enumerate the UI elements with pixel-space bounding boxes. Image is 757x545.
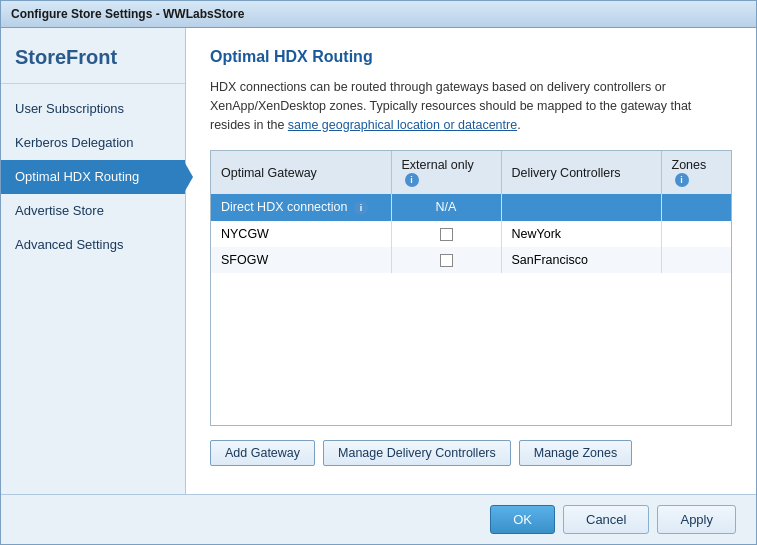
description-text: HDX connections can be routed through ga…: [210, 78, 732, 134]
direct-hdx-info-icon[interactable]: i: [354, 201, 368, 215]
dc-cell: SanFrancisco: [501, 247, 661, 273]
sidebar-item-kerberos-delegation[interactable]: Kerberos Delegation: [1, 126, 185, 160]
external-checkbox-sfogw[interactable]: [440, 254, 453, 267]
manage-delivery-controllers-button[interactable]: Manage Delivery Controllers: [323, 440, 511, 466]
sidebar-item-user-subscriptions[interactable]: User Subscriptions: [1, 92, 185, 126]
zones-cell: [661, 247, 731, 273]
external-info-icon[interactable]: i: [405, 173, 419, 187]
window-title: Configure Store Settings - WWLabsStore: [11, 7, 244, 21]
main-area: StoreFront User Subscriptions Kerberos D…: [1, 28, 756, 494]
table-row[interactable]: Direct HDX connection i N/A: [211, 194, 731, 221]
apply-button[interactable]: Apply: [657, 505, 736, 534]
action-buttons: Add Gateway Manage Delivery Controllers …: [210, 440, 732, 466]
zones-cell: [661, 194, 731, 221]
zones-cell: [661, 221, 731, 247]
main-window: Configure Store Settings - WWLabsStore S…: [0, 0, 757, 545]
page-title: Optimal HDX Routing: [210, 48, 732, 66]
col-header-zones: Zones i: [661, 151, 731, 194]
add-gateway-button[interactable]: Add Gateway: [210, 440, 315, 466]
sidebar-item-advertise-store[interactable]: Advertise Store: [1, 194, 185, 228]
sidebar-item-optimal-hdx-routing[interactable]: Optimal HDX Routing: [1, 160, 185, 194]
sidebar-logo: StoreFront: [1, 28, 185, 84]
manage-zones-button[interactable]: Manage Zones: [519, 440, 632, 466]
external-checkbox-nycgw[interactable]: [440, 228, 453, 241]
col-header-dc: Delivery Controllers: [501, 151, 661, 194]
external-cell: [391, 247, 501, 273]
cancel-button[interactable]: Cancel: [563, 505, 649, 534]
routing-table-container: Optimal Gateway External only i Delivery…: [210, 150, 732, 426]
zones-info-icon[interactable]: i: [675, 173, 689, 187]
footer: OK Cancel Apply: [1, 494, 756, 544]
table-header-row: Optimal Gateway External only i Delivery…: [211, 151, 731, 194]
description-link: same geographical location or datacentre: [288, 118, 517, 132]
col-header-external: External only i: [391, 151, 501, 194]
sidebar-nav: User Subscriptions Kerberos Delegation O…: [1, 84, 185, 262]
title-bar: Configure Store Settings - WWLabsStore: [1, 1, 756, 28]
table-row[interactable]: NYCGW NewYork: [211, 221, 731, 247]
table-row[interactable]: SFOGW SanFrancisco: [211, 247, 731, 273]
routing-table: Optimal Gateway External only i Delivery…: [211, 151, 731, 273]
sidebar-item-advanced-settings[interactable]: Advanced Settings: [1, 228, 185, 262]
external-cell: N/A: [391, 194, 501, 221]
external-cell: [391, 221, 501, 247]
ok-button[interactable]: OK: [490, 505, 555, 534]
gateway-cell: NYCGW: [211, 221, 391, 247]
gateway-cell: Direct HDX connection i: [211, 194, 391, 221]
sidebar: StoreFront User Subscriptions Kerberos D…: [1, 28, 186, 494]
gateway-cell: SFOGW: [211, 247, 391, 273]
dc-cell: [501, 194, 661, 221]
col-header-gateway: Optimal Gateway: [211, 151, 391, 194]
dc-cell: NewYork: [501, 221, 661, 247]
content-area: Optimal HDX Routing HDX connections can …: [186, 28, 756, 494]
